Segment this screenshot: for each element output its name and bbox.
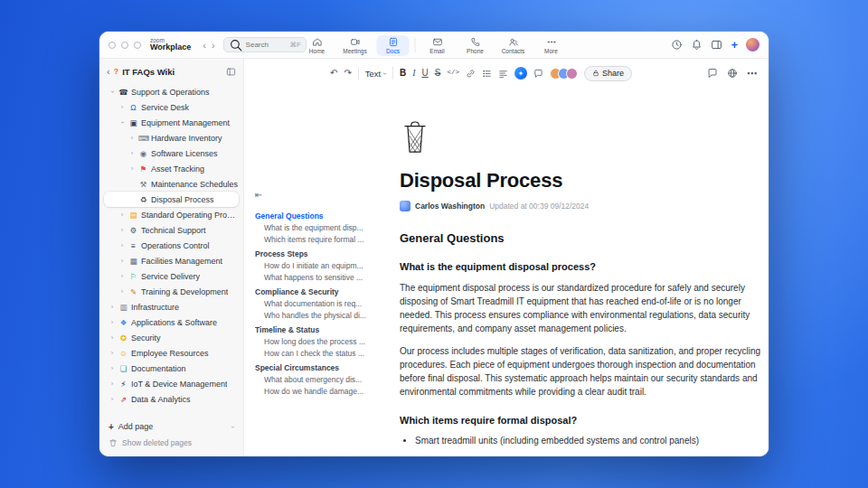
wiki-page-item[interactable]: › ⚑ Asset Tracking <box>104 161 239 176</box>
expand-chevron-icon[interactable]: › <box>118 119 127 127</box>
search-input[interactable] <box>246 41 288 49</box>
expand-chevron-icon[interactable]: › <box>108 349 116 357</box>
outline-item[interactable]: What happens to sensitive ... <box>255 271 392 283</box>
code-button[interactable]: </> <box>447 70 459 77</box>
outline-item[interactable]: Special Circumstances <box>255 361 392 373</box>
expand-chevron-icon[interactable]: › <box>108 380 116 388</box>
collapse-outline-icon[interactable]: ⇤ <box>255 190 262 200</box>
tab-email[interactable]: Email <box>421 35 454 56</box>
expand-chevron-icon[interactable]: › <box>118 226 126 234</box>
wiki-page-item[interactable]: › ▤ Standard Operating Procedures <box>104 207 239 222</box>
redo-button[interactable]: ↷ <box>344 69 351 78</box>
expand-chevron-icon[interactable]: › <box>108 89 117 96</box>
user-avatar[interactable] <box>746 38 760 52</box>
outline-item[interactable]: How do we handle damage... <box>255 385 392 397</box>
bell-icon[interactable] <box>691 39 703 51</box>
new-item-button[interactable]: + <box>731 39 738 51</box>
contacts-icon <box>508 37 518 47</box>
expand-chevron-icon[interactable]: › <box>108 364 116 372</box>
bullet-list-icon[interactable] <box>482 69 492 79</box>
wiki-page-item[interactable]: › ☺ Employee Resources <box>104 345 239 361</box>
more-options-button[interactable]: ⋯ <box>747 68 758 80</box>
outline-item[interactable]: How do I initiate an equipm... <box>255 259 392 271</box>
bold-button[interactable]: B <box>400 69 406 78</box>
tab-contacts[interactable]: Contacts <box>497 35 530 56</box>
wiki-page-item[interactable]: › ♻ Disposal Process <box>104 192 239 207</box>
history-forward-button[interactable]: › <box>209 40 218 51</box>
tab-home[interactable]: Home <box>301 35 334 56</box>
expand-chevron-icon[interactable]: › <box>118 211 126 219</box>
expand-chevron-icon[interactable]: › <box>118 103 126 111</box>
link-icon[interactable] <box>466 69 476 79</box>
globe-icon[interactable] <box>727 68 738 79</box>
expand-chevron-icon[interactable]: › <box>128 134 136 142</box>
outline-item[interactable]: What is the equipment disp... <box>255 221 392 233</box>
expand-chevron-icon[interactable]: › <box>128 149 136 157</box>
wiki-page-item[interactable]: › ❖ Applications & Software <box>104 314 239 330</box>
history-back-button[interactable]: ‹ <box>200 40 209 51</box>
wiki-page-item[interactable]: › ⚒ Maintenance Schedules <box>104 176 239 192</box>
ai-companion-icon[interactable]: ✦ <box>514 67 527 80</box>
wiki-page-item[interactable]: › ✪ Security <box>104 330 239 345</box>
add-page-options-chevron-icon[interactable]: › <box>229 426 237 428</box>
expand-chevron-icon[interactable]: › <box>118 272 126 280</box>
document-body[interactable]: Disposal Process Carlos Washington Updat… <box>400 88 763 456</box>
chat-bubble-icon[interactable] <box>707 68 718 79</box>
outline-item[interactable]: How long does the process ... <box>255 335 392 347</box>
wiki-page-item[interactable]: › ⌨ Hardware Inventory <box>104 130 239 145</box>
expand-chevron-icon[interactable]: › <box>118 287 126 296</box>
strikethrough-button[interactable]: S <box>435 69 441 78</box>
outline-item[interactable]: Process Steps <box>255 248 392 259</box>
clock-icon[interactable] <box>671 39 683 51</box>
wiki-page-item[interactable]: › ⚡ IoT & Device Management <box>104 376 239 391</box>
outline-item[interactable]: General Questions <box>255 210 392 221</box>
show-deleted-pages-button[interactable]: Show deleted pages <box>99 435 243 451</box>
wiki-page-item[interactable]: › ❏ Documentation <box>104 361 239 376</box>
wiki-page-item[interactable]: › ⚐ Service Delivery <box>104 268 239 284</box>
global-search[interactable]: ⌘F <box>223 37 307 52</box>
wiki-page-item[interactable]: › ◉ Software Licenses <box>104 145 239 161</box>
expand-chevron-icon[interactable]: › <box>118 257 126 265</box>
expand-chevron-icon[interactable]: › <box>108 333 116 342</box>
add-page-button[interactable]: + Add page › <box>99 418 243 435</box>
italic-button[interactable]: I <box>412 69 415 78</box>
expand-chevron-icon[interactable]: › <box>108 318 116 326</box>
align-text-icon[interactable] <box>498 69 508 79</box>
panel-layout-icon[interactable] <box>711 39 722 51</box>
outline-item[interactable]: What documentation is req... <box>255 297 392 309</box>
wiki-page-item[interactable]: › ✎ Training & Development <box>104 284 239 299</box>
wiki-page-item[interactable]: › ⇗ Data & Analytics <box>104 391 239 407</box>
sidebar-back-button[interactable]: ‹ <box>107 66 110 77</box>
outline-item[interactable]: Who handles the physical di... <box>255 309 392 321</box>
wiki-page-item[interactable]: › ≡ Operations Control <box>104 238 239 253</box>
undo-button[interactable]: ↶ <box>330 69 337 78</box>
minimize-window-button[interactable] <box>121 42 128 49</box>
collapse-sidebar-icon[interactable] <box>226 67 236 77</box>
wiki-page-item[interactable]: › ▣ Equipment Management <box>104 115 239 130</box>
close-window-button[interactable] <box>108 42 116 49</box>
tab-docs[interactable]: Docs <box>377 35 410 56</box>
wiki-page-item[interactable]: › ▥ Infrastructure <box>104 299 239 314</box>
expand-chevron-icon[interactable]: › <box>108 395 116 403</box>
tab-phone[interactable]: Phone <box>459 35 492 56</box>
wiki-page-item[interactable]: › ⚙ Technical Support <box>104 222 239 238</box>
underline-button[interactable]: U <box>421 69 428 78</box>
zoom-window-button[interactable] <box>134 42 141 49</box>
tab-more[interactable]: More <box>535 35 568 56</box>
wiki-page-item[interactable]: › ☎ Support & Operations <box>104 84 239 99</box>
expand-chevron-icon[interactable]: › <box>128 164 136 173</box>
expand-chevron-icon[interactable]: › <box>118 241 126 249</box>
text-style-dropdown[interactable]: Text › <box>365 69 386 79</box>
comment-icon[interactable] <box>533 69 543 79</box>
wiki-page-item[interactable]: › ▦ Facilities Management <box>104 253 239 268</box>
outline-item[interactable]: Timeline & Status <box>255 324 392 335</box>
outline-item[interactable]: What about emergency dis... <box>255 373 392 385</box>
collaborator-avatar[interactable] <box>566 68 578 80</box>
outline-item[interactable]: Compliance & Security <box>255 286 392 297</box>
wiki-page-item[interactable]: › Ω Service Desk <box>104 99 239 115</box>
outline-item[interactable]: How can I check the status ... <box>255 347 392 359</box>
outline-item[interactable]: Which items require formal ... <box>255 233 392 245</box>
share-button[interactable]: Share <box>584 66 632 81</box>
tab-meetings[interactable]: Meetings <box>339 35 372 56</box>
expand-chevron-icon[interactable]: › <box>108 303 116 311</box>
